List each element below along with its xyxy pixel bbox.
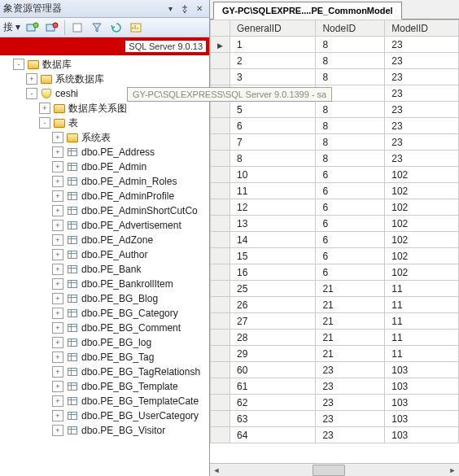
close-icon[interactable]: ✕	[193, 3, 206, 15]
table-row[interactable]: 6823	[211, 118, 459, 134]
collapse-icon[interactable]: -	[13, 59, 24, 70]
cell[interactable]: 8	[316, 151, 385, 167]
table-row[interactable]: 262111	[211, 297, 459, 313]
row-selector[interactable]	[211, 134, 230, 151]
cell[interactable]: 6	[316, 248, 385, 264]
cell[interactable]: 23	[385, 118, 459, 134]
tree-node[interactable]: +dbo.PE_BankrollItem	[0, 277, 209, 291]
tree-node[interactable]: +dbo.PE_BG_Category	[0, 306, 209, 321]
tree-node[interactable]: +dbo.PE_BG_Blog	[0, 291, 209, 306]
tree-node[interactable]: -数据库	[0, 57, 209, 72]
refresh-icon[interactable]	[109, 20, 124, 35]
expand-icon[interactable]: +	[52, 293, 63, 304]
table-row[interactable]: 3823	[211, 69, 459, 85]
cell[interactable]: 8	[316, 134, 385, 151]
cell[interactable]: 8	[316, 118, 385, 134]
expand-icon[interactable]: +	[52, 146, 63, 158]
cell[interactable]: 102	[385, 248, 459, 264]
cell[interactable]: 28	[230, 330, 316, 346]
table-row[interactable]: 126102	[211, 199, 459, 216]
cell[interactable]: 6	[316, 199, 385, 216]
expand-icon[interactable]: +	[52, 366, 63, 378]
tree-node[interactable]: +dbo.PE_BG_Tag	[0, 350, 209, 365]
cell[interactable]: 6	[230, 118, 316, 134]
cell[interactable]: 11	[385, 313, 459, 330]
table-row[interactable]: 8823	[211, 151, 459, 167]
cell[interactable]: 11	[385, 281, 459, 297]
tree-node[interactable]: +dbo.PE_Admin	[0, 159, 209, 174]
tree-node[interactable]: -表	[0, 116, 209, 130]
row-selector[interactable]	[211, 118, 230, 134]
cell[interactable]: 23	[316, 395, 385, 411]
disconnect-icon[interactable]	[45, 20, 59, 35]
cell[interactable]: 103	[385, 427, 459, 443]
cell[interactable]: 23	[316, 378, 385, 395]
cell[interactable]: 8	[316, 37, 385, 53]
table-row[interactable]: 116102	[211, 183, 459, 199]
cell[interactable]: 8	[316, 69, 385, 85]
expand-icon[interactable]: +	[52, 132, 63, 143]
column-header[interactable]: ModelID	[385, 20, 459, 37]
expand-icon[interactable]: +	[52, 381, 63, 392]
row-selector[interactable]	[211, 183, 230, 199]
expand-icon[interactable]: +	[52, 395, 63, 407]
cell[interactable]: 23	[385, 53, 459, 69]
cell[interactable]: 1	[230, 37, 316, 53]
tree-node[interactable]: +dbo.PE_Advertisement	[0, 218, 209, 233]
tree-node[interactable]: +dbo.PE_BG_TagRelationsh	[0, 365, 209, 379]
tree-node[interactable]: +dbo.PE_BG_TemplateCate	[0, 394, 209, 408]
row-selector[interactable]	[211, 362, 230, 378]
stop-icon[interactable]	[70, 20, 85, 35]
row-selector[interactable]	[211, 216, 230, 232]
cell[interactable]: 23	[385, 102, 459, 118]
tree-node[interactable]: +dbo.PE_AdZone	[0, 233, 209, 247]
expand-icon[interactable]: +	[52, 410, 63, 421]
table-row[interactable]: 166102	[211, 264, 459, 281]
table-row[interactable]: 156102	[211, 248, 459, 264]
tree-node[interactable]: +系统表	[0, 130, 209, 145]
tab-commonmodel[interactable]: GY-PC\SQLEXPRE....PE_CommonModel	[213, 2, 402, 20]
expand-icon[interactable]: +	[52, 308, 63, 319]
table-row[interactable]: 5823	[211, 102, 459, 118]
scroll-right-icon[interactable]: ►	[446, 465, 459, 476]
cell[interactable]: 23	[316, 411, 385, 427]
row-selector[interactable]	[211, 264, 230, 281]
expand-icon[interactable]: +	[52, 234, 63, 246]
pin-icon[interactable]	[178, 3, 191, 15]
expand-icon[interactable]: +	[52, 249, 63, 260]
column-header[interactable]: GeneralID	[230, 20, 316, 37]
cell[interactable]: 11	[385, 346, 459, 362]
table-row[interactable]: 6223103	[211, 395, 459, 411]
cell[interactable]: 103	[385, 362, 459, 378]
cell[interactable]: 21	[316, 330, 385, 346]
row-selector[interactable]	[211, 37, 230, 53]
cell[interactable]: 12	[230, 199, 316, 216]
cell[interactable]: 103	[385, 395, 459, 411]
tree-node[interactable]: +dbo.PE_AdminProfile	[0, 189, 209, 203]
tree-node[interactable]: +系统数据库	[0, 72, 209, 86]
cell[interactable]: 26	[230, 297, 316, 313]
expand-icon[interactable]: +	[52, 278, 63, 290]
row-selector[interactable]	[211, 427, 230, 443]
dropdown-icon[interactable]: ▾	[164, 3, 177, 15]
row-selector[interactable]	[211, 297, 230, 313]
row-selector[interactable]	[211, 346, 230, 362]
tree-node[interactable]: +dbo.PE_Address	[0, 145, 209, 159]
expand-icon[interactable]: +	[52, 352, 63, 363]
scroll-track[interactable]	[223, 465, 446, 476]
row-selector[interactable]	[211, 199, 230, 216]
cell[interactable]: 102	[385, 216, 459, 232]
cell[interactable]: 21	[316, 346, 385, 362]
table-row[interactable]: 282111	[211, 330, 459, 346]
cell[interactable]: 23	[316, 427, 385, 443]
cell[interactable]: 11	[230, 183, 316, 199]
cell[interactable]: 25	[230, 281, 316, 297]
scroll-left-icon[interactable]: ◄	[210, 465, 223, 476]
cell[interactable]: 6	[316, 264, 385, 281]
cell[interactable]: 63	[230, 411, 316, 427]
cell[interactable]: 3	[230, 69, 316, 85]
cell[interactable]: 64	[230, 427, 316, 443]
cell[interactable]: 102	[385, 232, 459, 248]
row-selector[interactable]	[211, 102, 230, 118]
cell[interactable]: 61	[230, 378, 316, 395]
